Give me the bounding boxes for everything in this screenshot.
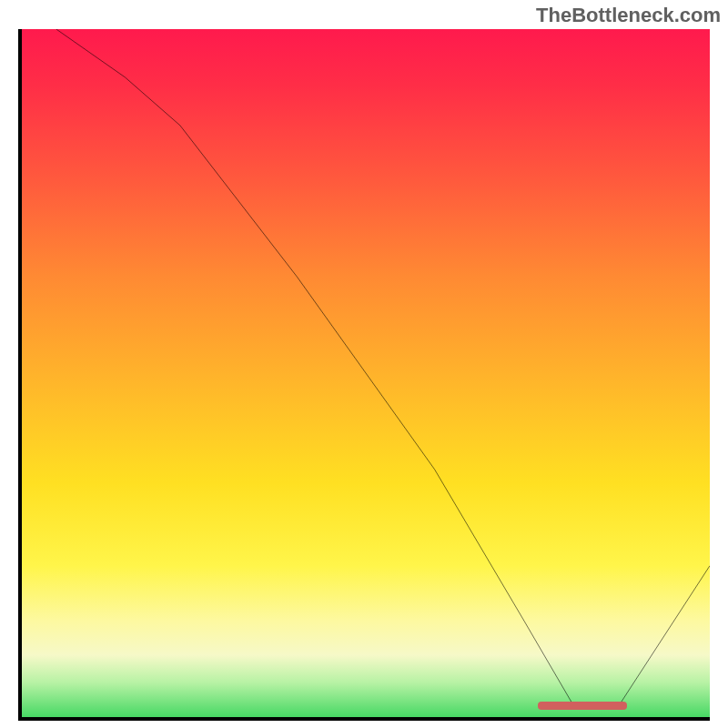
- plot-area: [18, 29, 710, 721]
- chart-container: TheBottleneck.com: [0, 0, 728, 728]
- gradient-background: [22, 29, 710, 717]
- watermark-label: TheBottleneck.com: [536, 4, 721, 27]
